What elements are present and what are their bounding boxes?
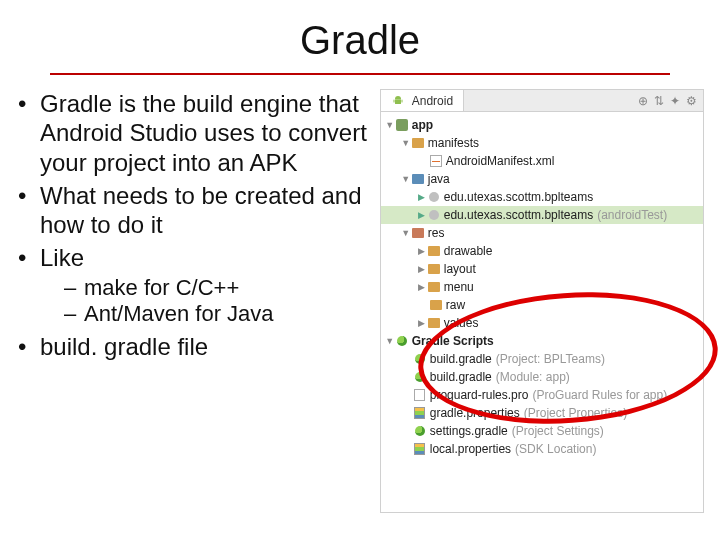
folder-icon [429,298,443,312]
tree-node-manifest-file[interactable]: AndroidManifest.xml [381,152,703,170]
tree-node-build-gradle-module[interactable]: build.gradle (Module: app) [381,368,703,386]
sub-bullet: Ant/Maven for Java [40,301,370,328]
folder-icon [427,280,441,294]
gradle-icon [413,352,427,366]
folder-icon [427,244,441,258]
tree-node-gradle-scripts[interactable]: ▼ Gradle Scripts [381,332,703,350]
toolbar-collapse-icon[interactable]: ✦ [670,94,680,108]
tree-node-local-properties[interactable]: local.properties (SDK Location) [381,440,703,458]
package-icon [427,190,441,204]
svg-rect-2 [401,99,402,102]
tree-node-app[interactable]: ▼ app [381,116,703,134]
bullet-item: What needs to be created and how to do i… [16,181,370,240]
bullet-item: Gradle is the build engine that Android … [16,89,370,177]
tree-node-menu[interactable]: ▶ menu [381,278,703,296]
folder-icon [411,136,425,150]
tree-node-values[interactable]: ▶ values [381,314,703,332]
xml-icon [429,154,443,168]
tree-node-gradle-properties[interactable]: gradle.properties (Project Properties) [381,404,703,422]
tree-node-package-test[interactable]: ▶ edu.utexas.scottm.bplteams (androidTes… [381,206,703,224]
ide-tabbar: Android ⊕ ⇅ ✦ ⚙ [381,90,703,112]
android-icon [391,94,405,108]
page-title: Gradle [0,0,720,73]
tree-node-settings-gradle[interactable]: settings.gradle (Project Settings) [381,422,703,440]
folder-icon [411,226,425,240]
folder-icon [427,262,441,276]
gradle-icon [395,334,409,348]
project-tree[interactable]: ▼ app ▼ manifests AndroidManifest.xml ▼ … [381,112,703,512]
toolbar-add-icon[interactable]: ⊕ [638,94,648,108]
bullet-column: Gradle is the build engine that Android … [16,89,370,513]
tree-node-build-gradle-project[interactable]: build.gradle (Project: BPLTeams) [381,350,703,368]
tab-android-label: Android [412,94,453,108]
bullet-item: Like make for C/C++ Ant/Maven for Java [16,243,370,328]
toolbar-sort-icon[interactable]: ⇅ [654,94,664,108]
ide-project-panel: Android ⊕ ⇅ ✦ ⚙ ▼ app ▼ manifests [380,89,704,513]
tree-node-package[interactable]: ▶ edu.utexas.scottm.bplteams [381,188,703,206]
bullet-item: build. gradle file [16,332,370,361]
sub-bullet: make for C/C++ [40,275,370,302]
package-icon [427,208,441,222]
tree-node-res[interactable]: ▼ res [381,224,703,242]
folder-icon [427,316,441,330]
module-icon [395,118,409,132]
tree-node-manifests[interactable]: ▼ manifests [381,134,703,152]
svg-rect-1 [393,99,394,102]
properties-icon [413,406,427,420]
file-icon [413,388,427,402]
tree-node-drawable[interactable]: ▶ drawable [381,242,703,260]
properties-icon [413,442,427,456]
tab-android[interactable]: Android [381,90,464,111]
gear-icon[interactable]: ⚙ [686,94,697,108]
content-row: Gradle is the build engine that Android … [0,89,720,513]
gradle-icon [413,370,427,384]
tree-node-java[interactable]: ▼ java [381,170,703,188]
title-underline [50,73,670,75]
tree-node-layout[interactable]: ▶ layout [381,260,703,278]
tree-node-proguard[interactable]: proguard-rules.pro (ProGuard Rules for a… [381,386,703,404]
gradle-icon [413,424,427,438]
svg-rect-0 [395,99,401,104]
folder-icon [411,172,425,186]
tree-node-raw[interactable]: raw [381,296,703,314]
